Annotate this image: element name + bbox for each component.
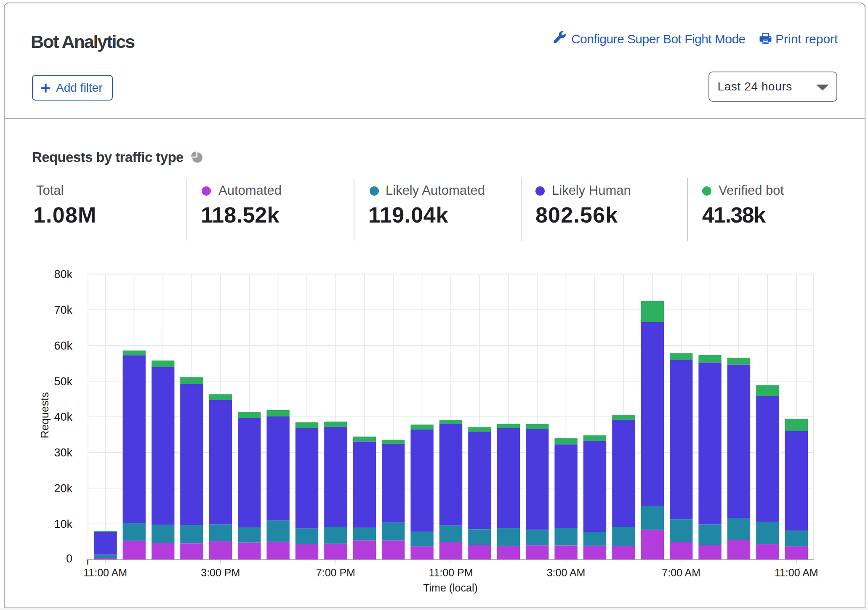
svg-text:40k: 40k [54,411,72,423]
svg-text:7:00 PM: 7:00 PM [316,567,355,578]
svg-text:3:00 PM: 3:00 PM [201,567,240,578]
svg-text:20k: 20k [54,482,72,495]
svg-text:11:00 AM: 11:00 AM [775,567,818,578]
svg-text:70k: 70k [54,304,72,316]
svg-text:7:00 AM: 7:00 AM [662,567,700,578]
svg-text:50k: 50k [54,375,72,388]
svg-text:Requests: Requests [38,392,51,438]
svg-text:11:00 AM: 11:00 AM [83,567,127,578]
svg-text:60k: 60k [54,339,72,352]
svg-text:10k: 10k [54,518,72,530]
svg-text:3:00 AM: 3:00 AM [547,567,586,578]
svg-text:0: 0 [66,552,72,565]
svg-text:30k: 30k [54,446,72,459]
svg-text:80k: 80k [54,268,72,281]
svg-text:Time (local): Time (local) [423,582,478,594]
svg-text:11:00 PM: 11:00 PM [429,567,473,578]
